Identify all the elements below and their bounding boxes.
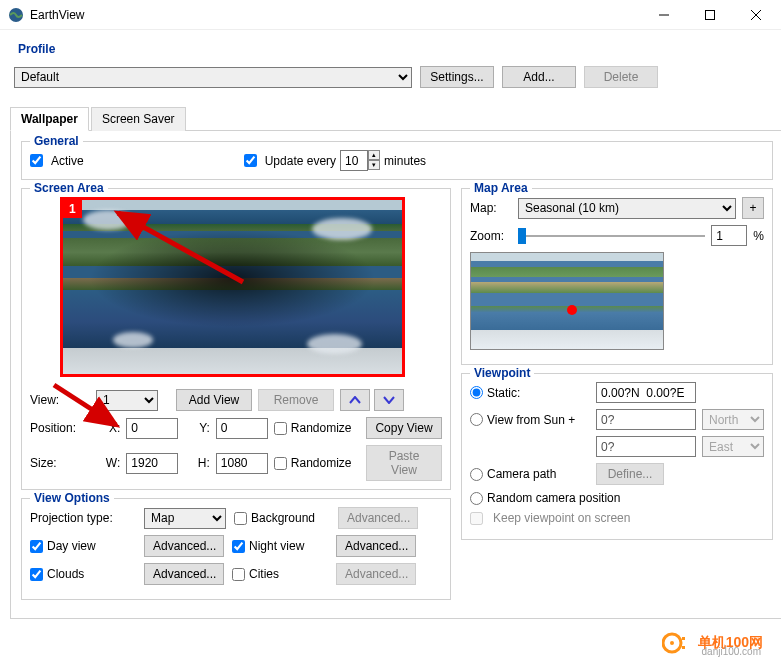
profile-heading: Profile: [18, 42, 55, 56]
screen-area-group: Screen Area 1: [21, 188, 451, 490]
update-interval-input[interactable]: [340, 150, 368, 171]
nightview-checkbox[interactable]: [232, 540, 245, 553]
define-button[interactable]: Define...: [596, 463, 664, 485]
view-options-group: View Options Projection type: Map Backgr…: [21, 498, 451, 600]
sun-offset1-input[interactable]: [596, 409, 696, 430]
pos-x-input[interactable]: [126, 418, 178, 439]
minimap-marker: [567, 305, 577, 315]
svg-point-8: [670, 641, 674, 645]
copy-view-button[interactable]: Copy View: [366, 417, 442, 439]
interval-down[interactable]: ▾: [368, 160, 380, 170]
add-view-button[interactable]: Add View: [176, 389, 252, 411]
size-w-input[interactable]: [126, 453, 178, 474]
tab-wallpaper[interactable]: Wallpaper: [10, 107, 89, 131]
interval-up[interactable]: ▴: [368, 150, 380, 160]
cities-checkbox[interactable]: [232, 568, 245, 581]
background-checkbox[interactable]: [234, 512, 247, 525]
minimize-button[interactable]: [641, 1, 687, 29]
preview-badge: 1: [63, 200, 82, 218]
update-every-checkbox[interactable]: [244, 154, 257, 167]
nightview-advanced-button[interactable]: Advanced...: [336, 535, 416, 557]
size-randomize-checkbox[interactable]: [274, 457, 287, 470]
view-up-button[interactable]: [340, 389, 370, 411]
camera-path-radio[interactable]: [470, 468, 483, 481]
app-icon: [8, 7, 24, 23]
svg-rect-2: [706, 10, 715, 19]
clouds-checkbox[interactable]: [30, 568, 43, 581]
remove-view-button[interactable]: Remove: [258, 389, 334, 411]
map-area-group: Map Area Map: Seasonal (10 km) + Zoom: %: [461, 188, 773, 365]
maximize-button[interactable]: [687, 1, 733, 29]
window-title: EarthView: [30, 8, 641, 22]
sun-dir2-select[interactable]: East: [702, 436, 764, 457]
clouds-advanced-button[interactable]: Advanced...: [144, 563, 224, 585]
map-select[interactable]: Seasonal (10 km): [518, 198, 736, 219]
map-add-button[interactable]: +: [742, 197, 764, 219]
watermark: 单机100网 danji100.com: [662, 631, 763, 655]
minimap[interactable]: [470, 252, 664, 350]
static-input[interactable]: [596, 382, 696, 403]
svg-rect-10: [682, 646, 685, 649]
view-down-button[interactable]: [374, 389, 404, 411]
sun-radio[interactable]: [470, 413, 483, 426]
pos-y-input[interactable]: [216, 418, 268, 439]
zoom-input[interactable]: [711, 225, 747, 246]
general-group: General Active Update every ▴▾ minutes: [21, 141, 773, 180]
view-select[interactable]: 1: [96, 390, 158, 411]
sun-offset2-input[interactable]: [596, 436, 696, 457]
keep-viewpoint-checkbox[interactable]: [470, 512, 483, 525]
profile-select[interactable]: Default: [14, 67, 412, 88]
profile-add-button[interactable]: Add...: [502, 66, 576, 88]
static-radio[interactable]: [470, 386, 483, 399]
close-button[interactable]: [733, 1, 779, 29]
cities-advanced-button[interactable]: Advanced...: [336, 563, 416, 585]
profile-settings-button[interactable]: Settings...: [420, 66, 494, 88]
dayview-advanced-button[interactable]: Advanced...: [144, 535, 224, 557]
profile-delete-button[interactable]: Delete: [584, 66, 658, 88]
tab-screensaver[interactable]: Screen Saver: [91, 107, 186, 131]
viewpoint-group: Viewpoint Static: View from Sun + North …: [461, 373, 773, 540]
size-h-input[interactable]: [216, 453, 268, 474]
paste-view-button[interactable]: Paste View: [366, 445, 442, 481]
screen-preview[interactable]: 1: [60, 197, 405, 377]
pos-randomize-checkbox[interactable]: [274, 422, 287, 435]
tab-strip: Wallpaper Screen Saver: [10, 106, 781, 131]
active-checkbox[interactable]: [30, 154, 43, 167]
watermark-icon: [662, 631, 692, 655]
svg-rect-9: [682, 637, 685, 640]
random-camera-radio[interactable]: [470, 492, 483, 505]
zoom-slider[interactable]: [518, 227, 705, 245]
dayview-checkbox[interactable]: [30, 540, 43, 553]
sun-dir1-select[interactable]: North: [702, 409, 764, 430]
background-advanced-button[interactable]: Advanced...: [338, 507, 418, 529]
title-bar: EarthView: [0, 0, 781, 30]
projection-select[interactable]: Map: [144, 508, 226, 529]
